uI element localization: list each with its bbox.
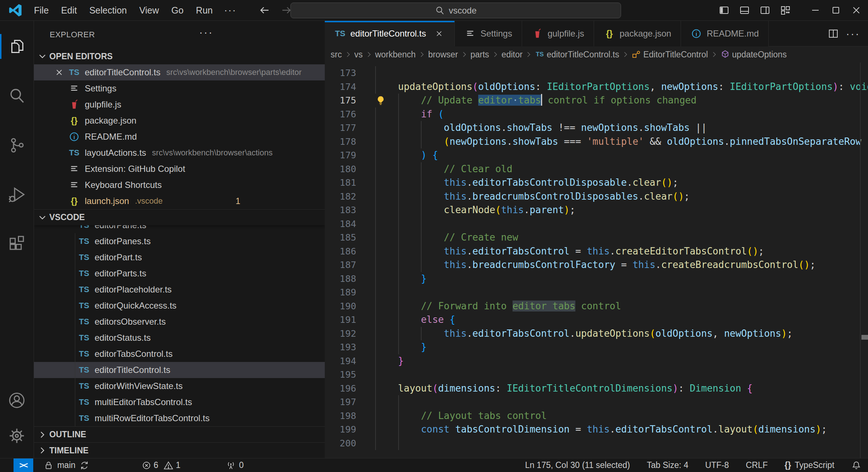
code-line-199[interactable]: 199const tabsControlDimension = this.edi… xyxy=(325,423,868,437)
tree-row[interactable]: TSeditorParts.ts xyxy=(34,265,325,282)
open-editor-row[interactable]: Settings xyxy=(34,80,325,97)
code-line-175[interactable]: 175// Update editor·tabs control if opti… xyxy=(325,94,868,107)
encoding-item[interactable]: UTF-8 xyxy=(705,458,729,472)
breadcrumb-item[interactable]: src xyxy=(331,50,342,60)
breadcrumb-item[interactable]: vs xyxy=(354,50,363,60)
tree-row[interactable]: TSmultiRowEditorTabsControl.ts xyxy=(34,410,325,426)
tree-row[interactable]: TSeditorStatus.ts xyxy=(34,330,325,346)
activity-run-debug-icon[interactable] xyxy=(0,177,34,212)
code-line-186[interactable]: 186this.editorTabsControl = this.createE… xyxy=(325,245,868,258)
tab-gulpfile-js[interactable]: gulpfile.js xyxy=(522,21,594,46)
command-center-search[interactable]: vscode xyxy=(290,3,621,18)
menu-item-selection[interactable]: Selection xyxy=(83,0,133,21)
back-icon[interactable] xyxy=(256,2,273,19)
open-editor-row[interactable]: Keyboard Shortcuts xyxy=(34,177,325,193)
outline-header[interactable]: OUTLINE xyxy=(34,426,325,442)
code-line-188[interactable]: 188} xyxy=(325,272,868,286)
code-line-177[interactable]: 177oldOptions.showTabs !== newOptions.sh… xyxy=(325,121,868,135)
code-line-173[interactable]: 173 xyxy=(325,66,868,80)
workspace-trust-lock-icon[interactable] xyxy=(43,458,54,472)
tree-row[interactable]: TSeditorWithViewState.ts xyxy=(34,378,325,394)
activity-source-control-icon[interactable] xyxy=(0,128,34,163)
open-editor-row[interactable]: gulpfile.js xyxy=(34,97,325,113)
open-editor-row[interactable]: TSeditorTitleControl.tssrc\vs\workbench\… xyxy=(34,64,325,80)
code-line-187[interactable]: 187this.breadcrumbsControlFactory = this… xyxy=(325,258,868,272)
cursor-position-item[interactable]: Ln 175, Col 30 (11 selected) xyxy=(525,458,630,472)
split-editor-icon[interactable] xyxy=(825,25,842,42)
code-line-185[interactable]: 185// Create new xyxy=(325,231,868,245)
tab-settings[interactable]: Settings xyxy=(455,21,522,46)
open-editor-row[interactable]: {}package.json xyxy=(34,113,325,129)
breadcrumb-item[interactable]: parts xyxy=(471,50,489,60)
menu-item-edit[interactable]: Edit xyxy=(55,0,83,21)
explorer-more-button[interactable]: ··· xyxy=(199,26,213,38)
code-line-184[interactable]: 184 xyxy=(325,217,868,231)
code-line-183[interactable]: 183clearNode(this.parent); xyxy=(325,203,868,217)
breadcrumb-item[interactable]: editor xyxy=(502,50,523,60)
code-line-200[interactable]: 200 xyxy=(325,437,868,450)
maximize-icon[interactable] xyxy=(826,0,846,20)
ports-item[interactable]: 0 xyxy=(226,458,244,472)
code-line-192[interactable]: 192this.editorTabsControl.updateOptions(… xyxy=(325,327,868,341)
breadcrumb-item[interactable]: EditorTitleControl xyxy=(632,50,708,60)
code-line-198[interactable]: 198// Layout tabs control xyxy=(325,409,868,423)
code-line-180[interactable]: 180// Clear old xyxy=(325,162,868,176)
problems-item[interactable]: 6 1 xyxy=(141,458,181,472)
tree-row[interactable]: TSeditorPanes.ts xyxy=(34,233,325,249)
code-line-189[interactable]: 189 xyxy=(325,286,868,299)
code-line-179[interactable]: 179) { xyxy=(325,148,868,162)
open-editor-row[interactable]: README.md xyxy=(34,129,325,145)
remote-indicator[interactable]: >< xyxy=(14,458,33,472)
menu-item-file[interactable]: File xyxy=(28,0,55,21)
breadcrumb-item[interactable]: workbench xyxy=(375,50,416,60)
toggle-secondary-sidebar-icon[interactable] xyxy=(755,0,775,20)
code-line-195[interactable]: 195 xyxy=(325,368,868,382)
breadcrumb-item[interactable]: browser xyxy=(428,50,458,60)
code-line-194[interactable]: 194} xyxy=(325,354,868,368)
code-line-191[interactable]: 191else { xyxy=(325,313,868,327)
code-line-178[interactable]: 178(newOptions.showTabs === 'multiple' &… xyxy=(325,135,868,149)
open-editors-header[interactable]: OPEN EDITORS xyxy=(34,48,325,64)
close-icon[interactable] xyxy=(433,28,445,39)
minimize-icon[interactable] xyxy=(805,0,826,20)
open-editor-row[interactable]: {}launch.json.vscode1 xyxy=(34,193,325,209)
folder-section-header[interactable]: VSCODE xyxy=(34,209,325,225)
tab-package-json[interactable]: {}package.json xyxy=(594,21,681,46)
code-editor[interactable]: 173174updateOptions(oldOptions: IEditorP… xyxy=(325,63,868,458)
tab-editortitlecontrol-ts[interactable]: TSeditorTitleControl.ts xyxy=(325,21,455,46)
close-window-icon[interactable] xyxy=(846,0,867,20)
tree-row[interactable]: TSeditorTabsControl.ts xyxy=(34,346,325,362)
activity-settings-gear-icon[interactable] xyxy=(0,418,34,453)
code-line-190[interactable]: 190// Forward into editor tabs control xyxy=(325,299,868,313)
eol-item[interactable]: CRLF xyxy=(746,458,768,472)
breadcrumb-item[interactable]: updateOptions xyxy=(720,50,787,60)
activity-search-icon[interactable] xyxy=(0,78,34,113)
open-editor-row[interactable]: Extension: GitHub Copilot xyxy=(34,161,325,177)
tree-row[interactable]: TSeditorPart.ts xyxy=(34,249,325,265)
notifications-bell-icon[interactable] xyxy=(851,458,861,472)
tree-row[interactable]: TSmultiEditorTabsControl.ts xyxy=(34,394,325,410)
menu-more-button[interactable]: ··· xyxy=(219,4,241,16)
code-line-176[interactable]: 176if ( xyxy=(325,107,868,121)
language-mode-item[interactable]: {} TypeScript xyxy=(784,458,834,472)
indentation-item[interactable]: Tab Size: 4 xyxy=(647,458,688,472)
toggle-panel-icon[interactable] xyxy=(734,0,755,20)
menu-item-run[interactable]: Run xyxy=(190,0,219,21)
close-icon[interactable] xyxy=(53,66,65,79)
more-actions-button[interactable]: ··· xyxy=(845,25,861,42)
toggle-primary-sidebar-icon[interactable] xyxy=(714,0,734,20)
tree-row-clipped[interactable]: TSeditorPane.ts xyxy=(34,225,325,233)
tree-row[interactable]: TSeditorTitleControl.ts xyxy=(34,362,325,378)
scrollbar[interactable] xyxy=(860,63,861,458)
menu-item-go[interactable]: Go xyxy=(165,0,190,21)
code-line-197[interactable]: 197 xyxy=(325,395,868,409)
breadcrumb-item[interactable]: TSeditorTitleControl.ts xyxy=(535,50,619,60)
activity-accounts-icon[interactable] xyxy=(0,383,34,418)
code-line-174[interactable]: 174updateOptions(oldOptions: IEditorPart… xyxy=(325,80,868,94)
tree-row[interactable]: TSeditorQuickAccess.ts xyxy=(34,298,325,314)
menu-item-view[interactable]: View xyxy=(133,0,165,21)
code-line-181[interactable]: 181this.editorTabsControlDisposable.clea… xyxy=(325,176,868,190)
git-branch-item[interactable]: main xyxy=(57,458,90,472)
tree-row[interactable]: TSeditorPlaceholder.ts xyxy=(34,282,325,298)
customize-layout-icon[interactable] xyxy=(775,0,796,20)
